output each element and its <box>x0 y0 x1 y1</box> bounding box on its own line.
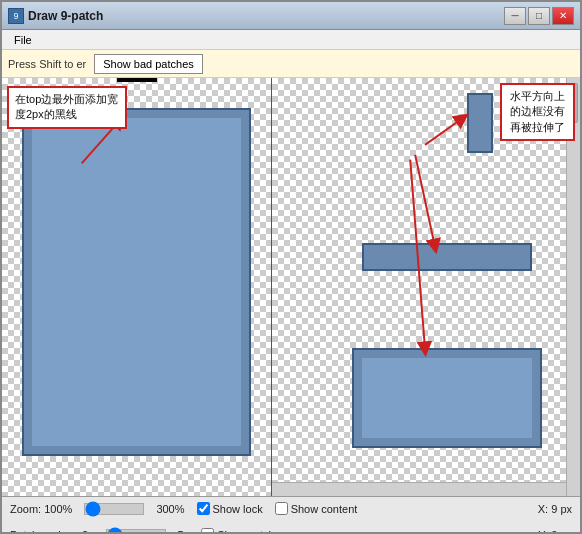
patch-scale-label: Patch scale: <box>10 529 70 535</box>
main-content: 在top边最外面添加宽度2px的黑线 水平方向上的边框没有再被拉伸了 <box>2 78 580 496</box>
minimize-button[interactable]: ─ <box>504 7 526 25</box>
show-lock-checkbox[interactable] <box>197 502 210 515</box>
show-lock-checkbox-container: Show lock <box>197 502 263 515</box>
title-bar: 9 Draw 9-patch ─ □ ✕ <box>2 2 580 30</box>
right-preview-panel: 水平方向上的边框没有再被拉伸了 <box>272 78 580 496</box>
image-inner <box>32 118 241 446</box>
show-patches-label: Show patches <box>217 529 286 535</box>
status-row-2: Patch scale: 2x 5x Show patches Y: 0 px <box>10 524 572 535</box>
window-controls: ─ □ ✕ <box>504 7 574 25</box>
preview-item-wide <box>362 243 532 271</box>
show-lock-label: Show lock <box>213 503 263 515</box>
zoom-slider[interactable] <box>84 503 144 515</box>
menu-bar: File <box>2 30 580 50</box>
tooltip-right: 水平方向上的边框没有再被拉伸了 <box>500 83 575 141</box>
tooltip-left: 在top边最外面添加宽度2px的黑线 <box>7 86 127 129</box>
window-title: Draw 9-patch <box>28 9 504 23</box>
preview-item-tall <box>467 93 493 153</box>
left-editor-panel: 在top边最外面添加宽度2px的黑线 <box>2 78 272 496</box>
toolbar-hint: Press Shift to er <box>8 58 86 70</box>
black-bar-indicator <box>117 78 157 82</box>
scrollbar-horizontal[interactable] <box>272 482 566 496</box>
preview-large-inner <box>362 358 532 438</box>
patch-scale-slider[interactable] <box>106 529 166 535</box>
show-content-label: Show content <box>291 503 358 515</box>
zoom-label: Zoom: 100% <box>10 503 72 515</box>
patch-scale-value: 2x <box>82 529 94 535</box>
preview-item-large <box>352 348 542 448</box>
close-button[interactable]: ✕ <box>552 7 574 25</box>
status-row-1: Zoom: 100% 300% Show lock Show content X… <box>10 498 572 520</box>
show-content-checkbox[interactable] <box>275 502 288 515</box>
maximize-button[interactable]: □ <box>528 7 550 25</box>
show-patches-checkbox-container: Show patches <box>201 528 286 534</box>
file-menu[interactable]: File <box>6 32 40 48</box>
show-content-checkbox-container: Show content <box>275 502 358 515</box>
patch-scale-max: 5x <box>178 529 190 535</box>
app-icon: 9 <box>8 8 24 24</box>
ninepatch-image <box>22 108 251 456</box>
toolbar: Press Shift to er Show bad patches <box>2 50 580 78</box>
y-coord: Y: 0 px <box>512 529 572 535</box>
x-coord: X: 9 px <box>512 503 572 515</box>
show-patches-checkbox[interactable] <box>201 528 214 534</box>
zoom-max: 300% <box>156 503 184 515</box>
bad-patches-button[interactable]: Show bad patches <box>94 54 203 74</box>
status-bar: Zoom: 100% 300% Show lock Show content X… <box>2 496 580 534</box>
